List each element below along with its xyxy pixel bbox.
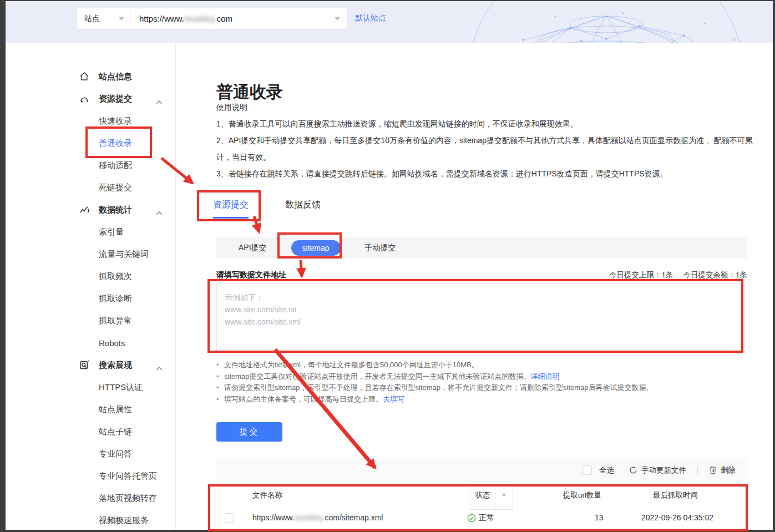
note-item: sitemap提交工具仅对已验证站点开放使用，开发者无法提交同一主域下其他未验证… — [216, 371, 735, 383]
masked-domain: mushiny. — [184, 14, 217, 23]
select-all-checkbox[interactable] — [582, 465, 592, 475]
select-all-label[interactable]: 全选 — [599, 465, 614, 475]
sidebar-group-label: 资源提交 — [99, 94, 132, 104]
sidebar-item-qa-hosting-page[interactable]: 专业问答托管页 — [6, 465, 175, 487]
sidebar-item-robots[interactable]: Robots — [6, 332, 175, 354]
sidebar-group-label: 搜索展现 — [99, 360, 132, 371]
submit-resource-icon — [79, 94, 90, 104]
caret-down-icon — [502, 494, 506, 497]
sidebar-item-mobile-adapt[interactable]: 移动适配 — [6, 154, 175, 176]
usage-instructions: 1、普通收录工具可以向百度搜索主动推送资源，缩短爬虫发现网站链接的时间，不保证收… — [216, 115, 764, 182]
sidebar-item-professional-qa[interactable]: 专业问答 — [6, 443, 175, 465]
default-site-link[interactable]: 默认站点 — [355, 13, 386, 23]
form-label: 请填写数据文件地址 — [216, 270, 286, 280]
sidebar-item-normal-include[interactable]: 普通收录 — [6, 132, 175, 154]
sidebar-item-dead-link[interactable]: 死链提交 — [6, 176, 175, 199]
subtab-sitemap[interactable]: sitemap — [291, 240, 341, 256]
globe-graphic — [457, 1, 756, 43]
sidebar-item-site-info[interactable]: 站点信息 — [6, 65, 175, 88]
detail-link[interactable]: 详细说明 — [531, 372, 560, 381]
search-panel-icon — [79, 360, 90, 370]
site-type-label: 站点 — [84, 14, 100, 24]
sidebar: 站点信息 资源提交 快速收录 普通收录 移动适配 死链提交 数据统计 索引量 流… — [6, 43, 176, 530]
url-count-cell: 13 — [595, 513, 604, 522]
quota-info: 今日提交上限：1条 今日提交余额：1条 — [609, 270, 747, 280]
submit-button[interactable]: 提交 — [216, 422, 282, 442]
chevron-up-icon[interactable] — [155, 97, 163, 107]
status-filter-dropdown[interactable] — [495, 481, 513, 510]
table-toolbar: 全选 手动更新文件 删除 — [216, 458, 748, 483]
sidebar-item-crawl-exception[interactable]: 抓取异常 — [6, 310, 175, 332]
note-item: 文件地址格式为txt或xml，每个地址文件最多包含50,000个网址且需小于10… — [216, 359, 735, 371]
sidebar-item-traffic-keywords[interactable]: 流量与关键词 — [6, 243, 175, 265]
home-icon — [79, 72, 90, 82]
notes-list: 文件地址格式为txt或xml，每个地址文件最多包含50,000个网址且需小于10… — [216, 359, 735, 405]
sidebar-group-resource-submit[interactable]: 资源提交 — [6, 88, 175, 110]
site-url-select[interactable]: https://www.mushiny.com — [130, 8, 347, 29]
subtab-manual-submit[interactable]: 手动提交 — [365, 243, 396, 253]
sitemap-file-table: 全选 手动更新文件 删除 文件名称 状态 提取url数量 最后抓取时间 http — [216, 458, 748, 530]
sidebar-group-data-stats[interactable]: 数据统计 — [6, 199, 175, 221]
tab-data-feedback[interactable]: 数据反馈 — [285, 199, 321, 219]
sidebar-item-video-speed-service[interactable]: 视频极速服务 — [6, 509, 175, 531]
annotation-arrow-2 — [254, 216, 259, 232]
col-status: 状态 — [470, 481, 495, 510]
chart-icon — [79, 205, 90, 215]
page-title: 普通收录 — [216, 81, 283, 104]
refresh-icon — [629, 466, 637, 474]
usage-heading: 使用说明 — [216, 103, 247, 113]
masked-domain: mushiny. — [294, 513, 325, 522]
note-item: 请勿提交索引型sitemap，索引型不予处理，且若存在索引型sitemap，将不… — [216, 382, 735, 394]
toolbar-divider — [697, 466, 698, 474]
quota-remaining: 今日提交余额：1条 — [683, 270, 747, 280]
last-crawl-cell: 2022-09-26 04:35:02 — [641, 513, 713, 522]
tab-resource-submit[interactable]: 资源提交 — [213, 199, 249, 219]
subtab-api-submit[interactable]: API提交 — [239, 243, 267, 253]
table-header-row: 文件名称 状态 提取url数量 最后抓取时间 — [216, 483, 748, 506]
col-url-count: 提取url数量 — [563, 490, 601, 500]
sidebar-item-landing-video[interactable]: 落地页视频转存 — [6, 487, 175, 509]
delete-button[interactable]: 删除 — [709, 465, 736, 475]
check-circle-icon — [467, 514, 476, 523]
app-window: 站点 https://www.mushiny.com 默认站点 站点信息 资源提… — [6, 1, 773, 530]
file-url-cell: https://www.mushiny.com/sitemap.xml — [252, 513, 383, 522]
col-file-name: 文件名称 — [252, 490, 282, 500]
sidebar-item-index-volume[interactable]: 索引量 — [6, 221, 175, 243]
sidebar-item-site-attribute[interactable]: 站点属性 — [6, 398, 175, 420]
status-cell: 正常 — [467, 513, 494, 523]
sidebar-item-label: 站点信息 — [99, 72, 132, 82]
quota-limit: 今日提交上限：1条 — [609, 270, 673, 280]
sidebar-item-quick-include[interactable]: 快速收录 — [6, 110, 175, 132]
caret-down-icon — [119, 17, 124, 21]
sitemap-url-input[interactable] — [217, 283, 744, 349]
topbar: 站点 https://www.mushiny.com 默认站点 — [6, 1, 773, 43]
site-url: https://www.mushiny.com — [139, 14, 232, 23]
sidebar-group-label: 数据统计 — [99, 205, 132, 215]
main-tabs: 资源提交 数据反馈 — [213, 199, 321, 219]
refresh-files-button[interactable]: 手动更新文件 — [629, 465, 686, 475]
fill-in-link[interactable]: 去填写 — [383, 395, 404, 403]
chevron-up-icon[interactable] — [155, 207, 163, 217]
usage-line: 2、API提交和手动提交共享配额，每日至多提交10万条有价值的内容，sitema… — [216, 132, 764, 165]
caret-down-icon — [335, 17, 340, 21]
row-checkbox[interactable] — [225, 513, 234, 523]
form-header-row: 请填写数据文件地址 今日提交上限：1条 今日提交余额：1条 — [216, 270, 747, 280]
note-item: 填写站点的主体备案号，可以提高每日提交上限。去填写 — [216, 394, 735, 406]
sidebar-group-search-display[interactable]: 搜索展现 — [6, 354, 175, 376]
sidebar-item-https-cert[interactable]: HTTPS认证 — [6, 376, 175, 398]
sidebar-item-site-sublink[interactable]: 站点子链 — [6, 420, 175, 443]
site-type-select[interactable]: 站点 — [76, 8, 130, 29]
chevron-up-icon[interactable] — [155, 363, 163, 373]
usage-line: 3、若链接存在跳转关系，请直接提交跳转后链接。如网站换域名，需提交新域名资源；进… — [216, 165, 764, 182]
trash-icon — [709, 466, 717, 474]
submit-method-tabs: API提交 sitemap 手动提交 — [216, 237, 747, 259]
sitemap-url-field-wrap — [216, 283, 745, 350]
usage-line: 1、普通收录工具可以向百度搜索主动推送资源，缩短爬虫发现网站链接的时间，不保证收… — [216, 115, 764, 132]
sidebar-item-crawl-diagnosis[interactable]: 抓取诊断 — [6, 287, 175, 310]
col-last-crawl: 最后抓取时间 — [653, 490, 698, 500]
sidebar-item-crawl-frequency[interactable]: 抓取频次 — [6, 265, 175, 287]
